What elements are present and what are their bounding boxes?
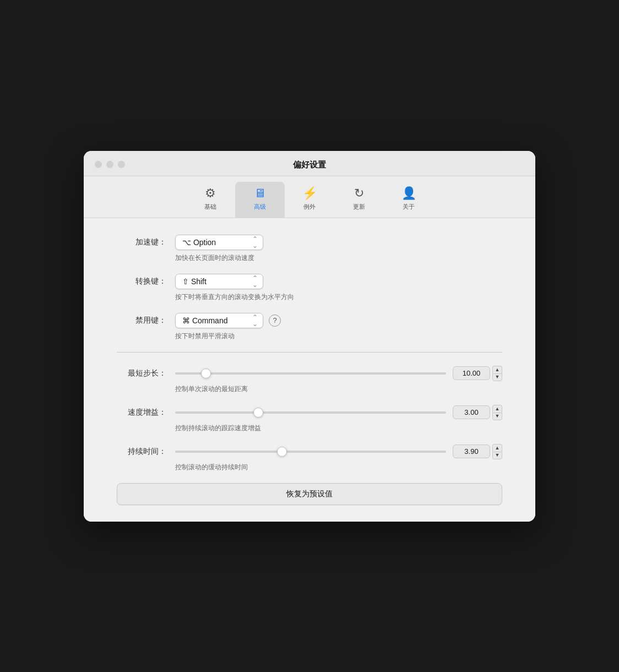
accelerator-section: 加速键： ⌥ Option ⌘ Command ⌃ Control ⇧ Shif…: [117, 235, 502, 263]
content-area: 加速键： ⌥ Option ⌘ Command ⌃ Control ⇧ Shif…: [84, 218, 535, 522]
tab-exceptions[interactable]: ⚡ 例外: [285, 182, 334, 218]
divider: [117, 352, 502, 353]
speed-gain-slider[interactable]: [175, 411, 446, 414]
min-step-decrement[interactable]: ▼: [492, 373, 502, 381]
disable-select-wrapper: ⌘ Command ⌥ Option ⌃ Control ⇧ Shift ⌃⌄: [175, 313, 263, 328]
min-step-value: 10.00: [453, 366, 490, 380]
disable-select[interactable]: ⌘ Command ⌥ Option ⌃ Control ⇧ Shift: [175, 313, 263, 328]
tab-update-label: 更新: [353, 203, 365, 211]
titlebar: 偏好设置: [84, 151, 535, 176]
speed-gain-row: 速度增益： 3.00 ▲ ▼: [117, 405, 502, 420]
modifier-row: 转换键： ⇧ Shift ⌥ Option ⌘ Command ⌃ Contro…: [117, 274, 502, 289]
min-step-slider-container: 10.00 ▲ ▼: [175, 366, 502, 381]
modifier-desc: 按下时将垂直方向的滚动变换为水平方向: [175, 292, 502, 302]
min-step-slider[interactable]: [175, 372, 446, 375]
close-button[interactable]: [95, 161, 102, 168]
min-step-value-wrapper: 10.00 ▲ ▼: [453, 366, 502, 381]
tab-basic-label: 基础: [204, 203, 216, 211]
modifier-section: 转换键： ⇧ Shift ⌥ Option ⌘ Command ⌃ Contro…: [117, 274, 502, 302]
speed-gain-value: 3.00: [453, 405, 490, 419]
tab-advanced-label: 高级: [254, 203, 266, 211]
speed-gain-slider-container: 3.00 ▲ ▼: [175, 405, 502, 420]
tab-update[interactable]: ↻ 更新: [334, 182, 384, 218]
accelerator-select-wrapper: ⌥ Option ⌘ Command ⌃ Control ⇧ Shift ⌃⌄: [175, 235, 263, 250]
duration-row: 持续时间： 3.90 ▲ ▼: [117, 444, 502, 459]
speed-gain-decrement[interactable]: ▼: [492, 413, 502, 420]
window-title: 偏好设置: [95, 160, 524, 170]
gear-icon: ⚙: [205, 186, 216, 200]
tab-about-label: 关于: [403, 203, 415, 211]
accelerator-desc: 加快在长页面时的滚动速度: [175, 253, 502, 263]
duration-value: 3.90: [453, 445, 490, 458]
duration-slider-container: 3.90 ▲ ▼: [175, 444, 502, 459]
disable-section: 禁用键： ⌘ Command ⌥ Option ⌃ Control ⇧ Shif…: [117, 313, 502, 341]
traffic-lights: [95, 161, 125, 168]
duration-stepper: ▲ ▼: [492, 444, 502, 459]
speed-gain-stepper: ▲ ▼: [492, 405, 502, 420]
update-icon: ↻: [354, 186, 364, 200]
help-button[interactable]: ?: [269, 315, 281, 327]
duration-slider[interactable]: [175, 451, 446, 453]
duration-decrement[interactable]: ▼: [492, 452, 502, 459]
chip-icon: 🖥: [254, 186, 266, 200]
min-step-stepper: ▲ ▼: [492, 366, 502, 381]
modifier-select-wrapper: ⇧ Shift ⌥ Option ⌘ Command ⌃ Control ⌃⌄: [175, 274, 263, 289]
speed-gain-value-wrapper: 3.00 ▲ ▼: [453, 405, 502, 420]
speed-gain-desc: 控制持续滚动的跟踪速度增益: [175, 424, 502, 433]
speed-gain-label: 速度增益：: [117, 408, 166, 418]
exception-icon: ⚡: [302, 186, 317, 200]
toolbar: ⚙ 基础 🖥 高级 ⚡ 例外 ↻ 更新 👤 关于: [84, 176, 535, 218]
duration-value-wrapper: 3.90 ▲ ▼: [453, 444, 502, 459]
duration-desc: 控制滚动的缓动持续时间: [175, 463, 502, 472]
speed-gain-section: 速度增益： 3.00 ▲ ▼ 控制持续滚动的跟踪速度增益: [117, 405, 502, 433]
modifier-label: 转换键：: [117, 277, 166, 286]
disable-desc: 按下时禁用平滑滚动: [175, 332, 502, 341]
min-step-increment[interactable]: ▲: [492, 366, 502, 373]
modifier-select[interactable]: ⇧ Shift ⌥ Option ⌘ Command ⌃ Control: [175, 274, 263, 289]
speed-gain-increment[interactable]: ▲: [492, 405, 502, 413]
preferences-window: 偏好设置 ⚙ 基础 🖥 高级 ⚡ 例外 ↻ 更新 👤 关于 加速键：: [84, 151, 535, 522]
fullscreen-button[interactable]: [118, 161, 125, 168]
tab-advanced[interactable]: 🖥 高级: [235, 182, 285, 218]
minimize-button[interactable]: [106, 161, 113, 168]
person-icon: 👤: [401, 186, 416, 200]
tab-exceptions-label: 例外: [303, 203, 316, 211]
duration-section: 持续时间： 3.90 ▲ ▼ 控制滚动的缓动持续时间: [117, 444, 502, 472]
accelerator-label: 加速键：: [117, 237, 166, 247]
accelerator-select[interactable]: ⌥ Option ⌘ Command ⌃ Control ⇧ Shift: [175, 235, 263, 250]
min-step-row: 最短步长： 10.00 ▲ ▼: [117, 366, 502, 381]
duration-label: 持续时间：: [117, 447, 166, 457]
min-step-desc: 控制单次滚动的最短距离: [175, 384, 502, 394]
tab-about[interactable]: 👤 关于: [384, 182, 433, 218]
reset-button[interactable]: 恢复为预设值: [117, 483, 502, 505]
disable-row: 禁用键： ⌘ Command ⌥ Option ⌃ Control ⇧ Shif…: [117, 313, 502, 328]
accelerator-row: 加速键： ⌥ Option ⌘ Command ⌃ Control ⇧ Shif…: [117, 235, 502, 250]
disable-label: 禁用键：: [117, 316, 166, 326]
tab-basic[interactable]: ⚙ 基础: [186, 182, 235, 218]
min-step-section: 最短步长： 10.00 ▲ ▼ 控制单次滚动的最短距离: [117, 366, 502, 394]
min-step-label: 最短步长：: [117, 368, 166, 378]
duration-increment[interactable]: ▲: [492, 444, 502, 452]
